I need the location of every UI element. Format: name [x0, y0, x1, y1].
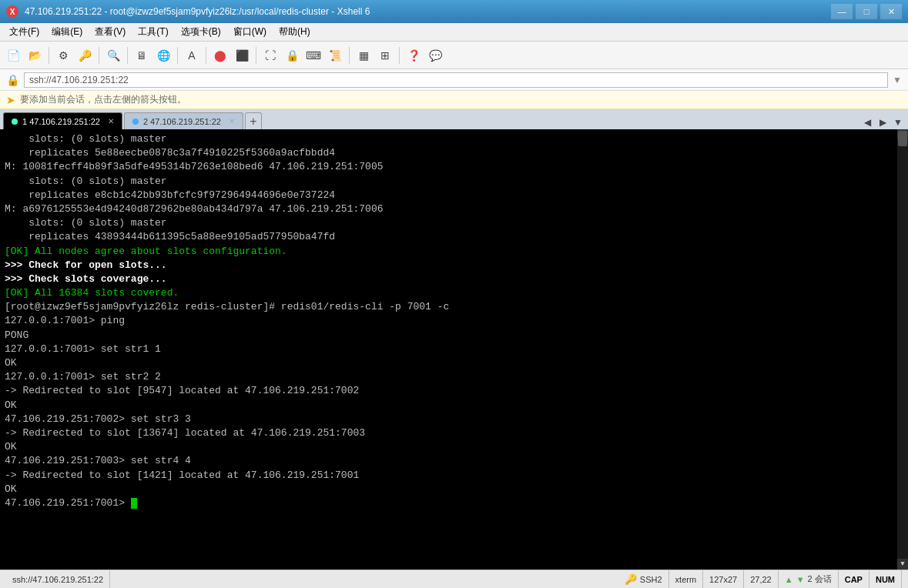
terminal-line: [OK] All 16384 slots covered.: [5, 286, 903, 300]
toolbar-new[interactable]: 📄: [3, 45, 23, 65]
toolbar-sep5: [206, 47, 206, 64]
warning-text: 要添加当前会话，点击左侧的箭头按钮。: [20, 93, 186, 106]
terminal-line: 127.0.0.1:7001> ping: [5, 314, 903, 328]
window-title: 47.106.219.251:22 - root@izwz9ef5sjam9pv…: [25, 6, 831, 17]
toolbar-btn3[interactable]: ⚙: [53, 45, 73, 65]
menu-help[interactable]: 帮助(H): [273, 24, 317, 40]
terminal-line: >>> Check slots coverage...: [5, 272, 903, 286]
terminal-line: slots: (0 slots) master: [5, 216, 903, 230]
title-bar: X 47.106.219.251:22 - root@izwz9ef5sjam9…: [0, 0, 908, 23]
toolbar-sep3: [127, 47, 128, 64]
status-ssh-text: ssh://47.106.219.251:22: [12, 575, 103, 584]
menu-file[interactable]: 文件(F): [3, 24, 45, 40]
status-protocol-seg: 🔑 SSH2: [618, 570, 669, 588]
tab-1[interactable]: 1 47.106.219.251:22 ✕: [3, 112, 122, 129]
tab-nav-left[interactable]: ◀: [860, 115, 874, 129]
menu-tools[interactable]: 工具(T): [132, 24, 174, 40]
menu-bar: 文件(F) 编辑(E) 查看(V) 工具(T) 选项卡(B) 窗口(W) 帮助(…: [0, 23, 908, 42]
terminal-line: M: a6976125553e4d94240d872962be80ab434d7…: [5, 202, 903, 216]
toolbar-btn4[interactable]: 🔑: [75, 45, 95, 65]
toolbar-keyboard[interactable]: ⌨: [303, 45, 323, 65]
terminal-line: OK: [5, 399, 903, 413]
toolbar-sep7: [349, 47, 350, 64]
toolbar-btn9[interactable]: ⬤: [210, 45, 230, 65]
warning-bar: ➤ 要添加当前会话，点击左侧的箭头按钮。: [0, 91, 908, 109]
terminal-line: replicates 43893444b611395c5a88ee9105ad5…: [5, 230, 903, 244]
toolbar-btn6[interactable]: 🖥: [132, 45, 152, 65]
terminal-line: 127.0.0.1:7001> set str1 1: [5, 342, 903, 356]
minimize-button[interactable]: —: [831, 4, 853, 19]
status-dimensions-seg: 127x27: [703, 570, 744, 588]
status-up-arrow: ▲: [785, 575, 793, 584]
window-controls: — □ ✕: [831, 4, 902, 19]
terminal-line: slots: (0 slots) master: [5, 132, 903, 146]
toolbar-search[interactable]: 🔍: [103, 45, 123, 65]
tab-2[interactable]: 2 47.106.219.251:22 ✕: [124, 112, 243, 129]
address-dropdown[interactable]: ▼: [893, 75, 902, 85]
terminal-line: M: 10081fecff4b89f3a5dfe495314b7263e108b…: [5, 160, 903, 174]
tab-1-dot: [12, 119, 18, 125]
status-position: 27,22: [750, 575, 772, 584]
tab-2-close[interactable]: ✕: [229, 117, 235, 125]
key-icon: 🔑: [625, 573, 637, 585]
status-sessions-seg: ▲ ▼ 2 会话: [779, 570, 839, 588]
terminal-line: OK: [5, 440, 903, 454]
terminal-line: OK: [5, 483, 903, 496]
address-input[interactable]: [24, 72, 888, 88]
warning-icon: ➤: [6, 94, 15, 106]
tab-1-label: 1 47.106.219.251:22: [22, 117, 100, 126]
toolbar-help[interactable]: ❓: [404, 45, 424, 65]
terminal-line: OK: [5, 356, 903, 370]
toolbar: 📄 📂 ⚙ 🔑 🔍 🖥 🌐 A ⬤ ⬛ ⛶ 🔒 ⌨ 📜 ▦ ⊞ ❓ 💬: [0, 42, 908, 69]
toolbar-sep1: [49, 47, 49, 64]
menu-tabs[interactable]: 选项卡(B): [175, 24, 227, 40]
terminal[interactable]: slots: (0 slots) master replicates 5e88e…: [0, 129, 908, 570]
status-ssh-address: ssh://47.106.219.251:22: [6, 570, 110, 588]
terminal-line: 47.106.219.251:7002> set str3 3: [5, 413, 903, 426]
toolbar-open[interactable]: 📂: [25, 45, 45, 65]
tab-add-button[interactable]: +: [245, 112, 262, 129]
status-num-seg: NUM: [869, 570, 902, 588]
status-protocol: SSH2: [640, 575, 662, 584]
terminal-line: [root@izwz9ef5sjam9pvfyiz26lz redis-clus…: [5, 300, 903, 314]
status-num: NUM: [876, 575, 895, 584]
terminal-line: [OK] All nodes agree about slots configu…: [5, 245, 903, 259]
scroll-down[interactable]: ▼: [897, 559, 908, 570]
scroll-thumb[interactable]: [898, 131, 907, 146]
toolbar-btn10[interactable]: ⬛: [232, 45, 252, 65]
toolbar-font[interactable]: A: [182, 45, 202, 65]
terminal-line: 47.106.219.251:7001>: [5, 496, 903, 510]
toolbar-layout[interactable]: ▦: [353, 45, 374, 65]
status-position-seg: 27,22: [744, 570, 779, 588]
tab-nav-right[interactable]: ▶: [876, 115, 890, 129]
status-sessions: 2 会话: [808, 573, 832, 585]
close-button[interactable]: ✕: [880, 4, 902, 19]
status-cap-seg: CAP: [839, 570, 869, 588]
address-bar: 🔒 ▼: [0, 69, 908, 91]
terminal-line: -> Redirected to slot [9547] located at …: [5, 384, 903, 398]
toolbar-btn7[interactable]: 🌐: [153, 45, 173, 65]
maximize-button[interactable]: □: [856, 4, 877, 19]
terminal-line: replicates e8cb1c42bb93bfcfc9f9729649446…: [5, 189, 903, 202]
toolbar-sep4: [177, 47, 178, 64]
tab-2-label: 2 47.106.219.251:22: [143, 117, 221, 126]
toolbar-fullscreen[interactable]: ⛶: [260, 45, 280, 65]
toolbar-lock[interactable]: 🔒: [282, 45, 302, 65]
tab-bar: 1 47.106.219.251:22 ✕ 2 47.106.219.251:2…: [0, 109, 908, 129]
app-icon: X: [6, 5, 18, 18]
tab-1-close[interactable]: ✕: [108, 117, 114, 125]
toolbar-sep6: [256, 47, 256, 64]
menu-view[interactable]: 查看(V): [89, 24, 132, 40]
toolbar-split[interactable]: ⊞: [375, 45, 395, 65]
terminal-line: -> Redirected to slot [1421] located at …: [5, 469, 903, 483]
status-encoding-seg: xterm: [669, 570, 704, 588]
terminal-line: replicates 5e88eecbe0878c3a7f4910225f536…: [5, 146, 903, 160]
terminal-line: slots: (0 slots) master: [5, 175, 903, 189]
tab-nav-down[interactable]: ▼: [891, 115, 905, 129]
toolbar-chat[interactable]: 💬: [425, 45, 445, 65]
tab-nav: ◀ ▶ ▼: [860, 115, 905, 129]
menu-window[interactable]: 窗口(W): [227, 24, 273, 40]
scrollbar[interactable]: ▲ ▼: [897, 129, 908, 570]
toolbar-script[interactable]: 📜: [325, 45, 345, 65]
menu-edit[interactable]: 编辑(E): [45, 24, 89, 40]
